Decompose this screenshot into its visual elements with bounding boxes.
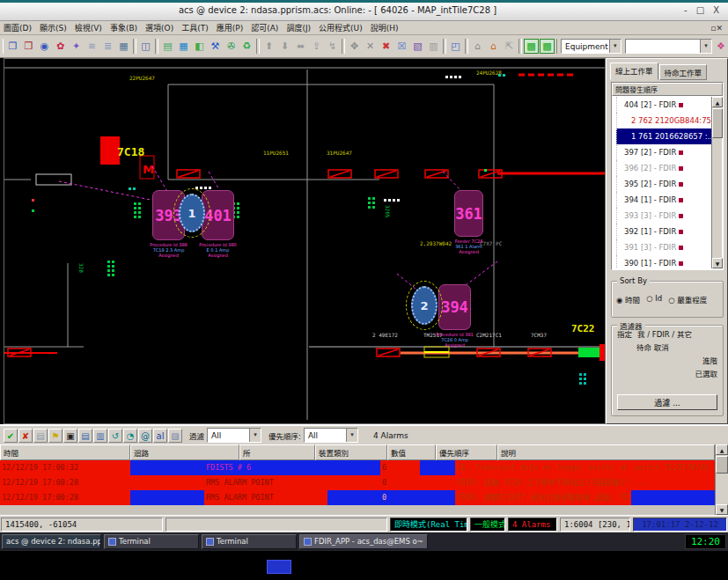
toolbar-icon[interactable]: ▥ xyxy=(426,39,441,54)
title-bar[interactable]: acs @ device 2: ndasa.pprism.acs: Online… xyxy=(0,0,728,21)
alarm-toolbar-icon[interactable]: al xyxy=(153,429,167,443)
alarm-table-rows[interactable]: 12/12/19 17:00:32FDISTS # 66LE: Transien… xyxy=(0,460,715,505)
toolbar-icon[interactable]: ◉ xyxy=(37,39,52,54)
scroll-up-icon[interactable]: ▲ xyxy=(716,444,728,455)
alarm-toolbar-icon[interactable]: ⚑ xyxy=(48,429,63,443)
menu-item-9[interactable]: 公用程式(U) xyxy=(319,22,363,33)
palette-icon[interactable]: ❖ xyxy=(716,39,725,54)
toolbar-icon[interactable]: ▤ xyxy=(160,39,175,54)
toolbar-icon[interactable]: ◧ xyxy=(192,39,207,54)
toolbar-icon[interactable]: ▩ xyxy=(540,39,555,54)
menu-item-8[interactable]: 調度(J) xyxy=(286,22,311,33)
alarm-table-header[interactable]: 時間迴路所裝置類別數值優先順序說明 xyxy=(0,444,728,460)
problem-tree-item[interactable]: 395 [2] - FDIR xyxy=(616,176,711,192)
toolbar-icon[interactable]: ⇪ xyxy=(309,39,324,54)
problem-tree[interactable]: 404 [2] - FDIR2 762 2120GB844:756.1 761 … xyxy=(613,97,711,268)
filter-button[interactable]: 過濾 ... xyxy=(617,394,717,410)
outage-blob-361[interactable]: 361 xyxy=(454,190,483,237)
alarm-row[interactable]: 12/12/19 17:00:32FDISTS # 66LE: Transien… xyxy=(0,460,715,475)
problem-tree-item[interactable]: 392 [1] - FDIR xyxy=(616,224,711,239)
toolbar-icon[interactable]: ♻ xyxy=(239,39,254,54)
problem-listbox[interactable]: 問題發生順序 404 [2] - FDIR2 762 2120GB844:756… xyxy=(611,82,724,270)
alarm-table[interactable]: 時間迴路所裝置類別數值優先順序說明 12/12/19 17:00:32FDIST… xyxy=(0,444,728,515)
alarm-toolbar-icon[interactable]: ✘ xyxy=(18,429,33,443)
problem-tree-item[interactable]: 393 [3] - FDIR xyxy=(616,208,711,224)
menu-item-4[interactable]: 選項(O) xyxy=(145,22,173,33)
alarm-column-header[interactable]: 所 xyxy=(239,444,315,460)
alarm-filter-select[interactable]: All ▾ xyxy=(207,428,261,443)
crew-marker-2[interactable]: 2 xyxy=(411,286,438,325)
filter-standby-value[interactable]: 待命 取消 xyxy=(636,341,669,352)
toolbar-icon[interactable]: ≋ xyxy=(85,39,99,54)
toolbar-icon[interactable]: ▩ xyxy=(524,39,539,54)
toolbar-icon[interactable]: ✇ xyxy=(224,39,239,54)
minimize-button[interactable]: - xyxy=(684,5,688,15)
sort-radio-時間[interactable]: ◉ 時間 xyxy=(616,294,640,305)
toolbar-icon[interactable]: ↯ xyxy=(325,39,340,54)
alarm-row[interactable]: 12/12/19 17:00:28RMS ALARM POINT0FDIR: 迴… xyxy=(0,475,715,490)
sort-radio-Id[interactable]: ○ Id xyxy=(646,294,662,305)
toolbar-icon[interactable]: ⚒ xyxy=(208,39,223,54)
toolbar-icon[interactable]: ⬆ xyxy=(261,39,276,54)
alarm-toolbar-icon[interactable]: ▨ xyxy=(168,429,182,443)
toolbar-icon[interactable]: ✦ xyxy=(69,39,84,54)
alarm-toolbar-icon[interactable]: ◔ xyxy=(123,429,137,443)
map-canvas[interactable]: M xyxy=(4,58,606,424)
alarm-column-header[interactable]: 裝置類別 xyxy=(315,444,387,460)
toolbar-icon[interactable]: ☒ xyxy=(394,39,409,54)
problem-tree-item[interactable]: 391 [3] - FDIR xyxy=(616,239,711,255)
alarm-toolbar-icon[interactable]: @ xyxy=(138,429,152,443)
alarm-column-header[interactable]: 數值 xyxy=(387,444,436,460)
chevron-down-icon[interactable]: ▾ xyxy=(700,40,711,53)
toolbar-icon[interactable]: ⌂ xyxy=(486,39,501,54)
scroll-down-icon[interactable]: ▼ xyxy=(716,504,728,515)
problem-tree-item[interactable]: 404 [2] - FDIR xyxy=(616,97,711,113)
problem-tree-item[interactable]: 397 [2] - FDIR xyxy=(616,144,711,160)
scrollbar-thumb[interactable] xyxy=(716,456,728,474)
alarm-toolbar-icon[interactable]: ✔ xyxy=(4,429,18,443)
toolbar-icon[interactable]: ◰ xyxy=(448,39,463,54)
menu-item-10[interactable]: 說明(H) xyxy=(371,22,399,33)
menu-item-6[interactable]: 應用(P) xyxy=(217,22,243,33)
problem-tree-item[interactable]: 390 [1] - FDIR xyxy=(616,255,711,268)
scrollbar-thumb[interactable] xyxy=(712,108,723,138)
filter-advanced-label[interactable]: 進階 xyxy=(702,355,717,365)
alarm-toolbar-icon[interactable]: ↺ xyxy=(108,429,122,443)
tab-standby-worklist[interactable]: 待命工作單 xyxy=(659,64,708,80)
alarm-column-header[interactable]: 迴路 xyxy=(130,444,239,460)
outage-blob-394[interactable]: 394 xyxy=(438,284,471,330)
menu-item-1[interactable]: 顯示(S) xyxy=(40,22,67,33)
filter-assign-value[interactable]: 我 / FDIR / 其它 xyxy=(637,328,692,339)
taskbar-button-0[interactable]: acs @ device 2: ndasa.ppr~ xyxy=(2,534,101,549)
toolbar-icon[interactable]: ▧ xyxy=(410,39,425,54)
problem-tree-item[interactable]: 396 [2] - FDIR xyxy=(616,160,711,176)
locate-select[interactable]: ▾ xyxy=(625,39,712,54)
maximize-button[interactable]: □ xyxy=(696,5,704,15)
alarm-row[interactable]: 12/12/19 17:00:28RMS ALARM POINT0FDIR: 開… xyxy=(0,490,715,505)
chevron-down-icon[interactable]: ▾ xyxy=(346,429,357,442)
menu-item-5[interactable]: 工具(T) xyxy=(181,22,209,33)
crew-marker-1[interactable]: 1 xyxy=(179,194,205,232)
problem-tree-item[interactable]: 2 762 2120GB844:756. xyxy=(616,113,711,128)
alarm-toolbar-icon[interactable]: ▤ xyxy=(78,429,92,443)
equipment-select[interactable]: Equipment ▾ xyxy=(561,39,621,54)
toolbar-icon[interactable]: ✥ xyxy=(347,39,362,54)
alarm-column-header[interactable]: 說明 xyxy=(497,444,715,460)
problem-tree-item[interactable]: 1 761 2016628657 :.. xyxy=(616,128,711,144)
toolbar-icon[interactable]: ≣ xyxy=(100,39,115,54)
taskbar-button-1[interactable]: Terminal xyxy=(104,534,199,549)
menu-item-7[interactable]: 認可(A) xyxy=(251,22,278,33)
taskbar-button-3[interactable]: FDIR_APP - acs_das@EMS o~ xyxy=(299,534,428,549)
toolbar-icon[interactable]: ⇱ xyxy=(502,39,517,54)
chevron-down-icon[interactable]: ▾ xyxy=(609,40,621,53)
alarm-priority-select[interactable]: All ▾ xyxy=(304,428,358,443)
alarm-toolbar-icon[interactable]: ▥ xyxy=(93,429,107,443)
tab-online-worklist[interactable]: 線上工作單 xyxy=(610,62,658,80)
toolbar-icon[interactable]: ❐ xyxy=(5,39,20,54)
alarm-toolbar-icon[interactable]: ▤ xyxy=(33,429,48,443)
toolbar-icon[interactable]: ▦ xyxy=(176,39,191,54)
alarm-column-header[interactable]: 優先順序 xyxy=(436,444,497,460)
chevron-down-icon[interactable]: ▾ xyxy=(249,429,261,442)
scroll-down-icon[interactable]: ▼ xyxy=(712,258,723,268)
tree-scrollbar[interactable]: ▲ ▼ xyxy=(711,97,722,268)
